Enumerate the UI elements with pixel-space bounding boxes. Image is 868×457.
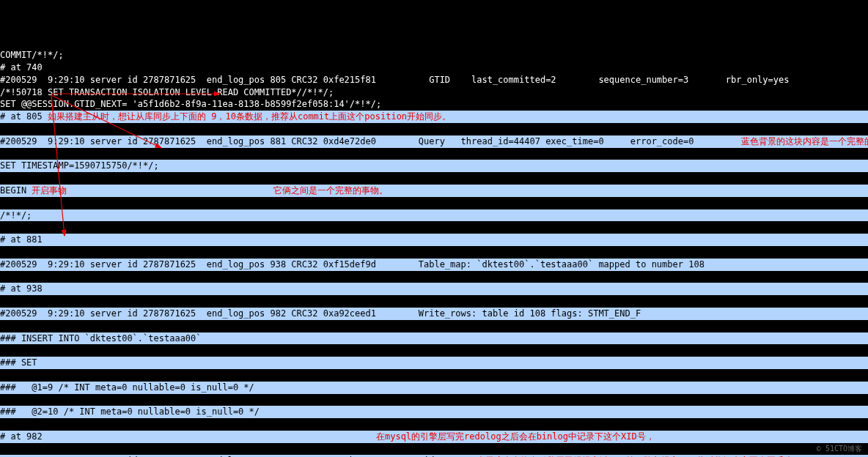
watermark: © 51CTO博客 xyxy=(817,444,862,454)
terminal-binlog-output: COMMIT/*!*/; # at 740 #200529 9:29:10 se… xyxy=(0,49,868,457)
